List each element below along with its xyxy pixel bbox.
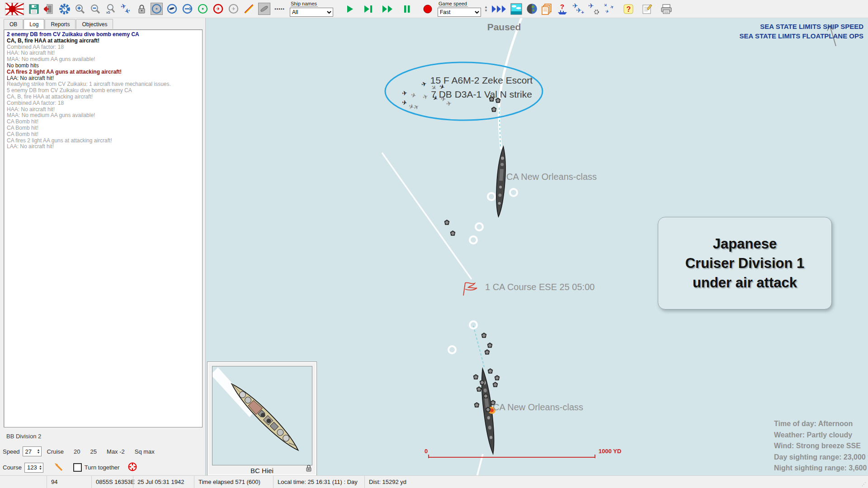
svg-text:x5: x5 <box>106 10 110 14</box>
save-icon[interactable] <box>28 3 40 15</box>
view-circle-green-dot-icon[interactable] <box>197 3 209 15</box>
view-circle-range-icon[interactable] <box>181 3 193 15</box>
reports-stack-icon[interactable] <box>541 3 553 15</box>
combat-log[interactable]: 2 enemy DB from CV Zuikaku dive bomb ene… <box>4 29 203 427</box>
exit-icon[interactable] <box>43 3 55 15</box>
status-cell: Dist: 15292 yd <box>364 476 868 488</box>
preview-ship <box>227 380 302 454</box>
panel-tab[interactable]: Objectives <box>76 19 113 29</box>
splash-marker <box>475 222 484 231</box>
draw-line-icon[interactable] <box>243 3 255 15</box>
splash-marker <box>509 188 518 197</box>
settings-gear-icon[interactable] <box>58 3 71 15</box>
play-button[interactable] <box>344 3 356 15</box>
view-circle-red-plane-icon[interactable]: ✈ <box>212 3 224 15</box>
plane-marker: ✈ <box>446 100 452 107</box>
flak-marker <box>487 368 493 374</box>
speed-label: Speed <box>3 448 20 455</box>
aircraft-vectors-icon[interactable]: ✈ ✈ <box>120 3 132 15</box>
flak-marker <box>491 107 497 113</box>
plane-marker: ✈ <box>401 99 408 106</box>
flak-marker <box>481 333 487 338</box>
fast-forward-blue-icon[interactable] <box>491 3 507 15</box>
notes-icon[interactable] <box>642 3 654 15</box>
game-speed-combo: Game speed Fast <box>438 1 481 17</box>
course-stepper[interactable]: 123 ▲▼ <box>24 463 43 473</box>
log-line: MAA: No medium AA guns available! <box>7 113 199 119</box>
ship-preview-view[interactable] <box>212 366 312 465</box>
resize-grip[interactable]: ⋰ <box>862 482 867 487</box>
weather-line: Weather: Partly cloudy <box>774 430 868 441</box>
fast-forward-button[interactable] <box>382 3 394 15</box>
log-line: CA, B, fire HAA at attacking aircraft! <box>7 94 199 100</box>
sea-state-warnings: SEA STATE LIMITS SHIP SPEEDSEA STATE LIM… <box>740 22 863 41</box>
plane-marker: ✈ <box>412 103 420 111</box>
record-button[interactable] <box>421 3 434 15</box>
flak-marker <box>474 402 480 408</box>
game-speed-label: Game speed <box>439 1 468 7</box>
log-line: HAA: No aircraft hit! <box>7 50 199 56</box>
ship-names-select[interactable]: All <box>290 8 333 17</box>
globe-icon[interactable] <box>526 3 538 15</box>
game-speed-select[interactable]: Fast <box>438 8 481 17</box>
print-icon[interactable] <box>660 3 673 15</box>
course-label: Course <box>3 464 22 471</box>
aircraft-settings-icon[interactable]: ✈ <box>587 3 599 15</box>
speed-preset-sqmax[interactable]: Sq max <box>135 448 155 455</box>
add-aircraft-icon[interactable]: ✈ ✈ + <box>572 3 584 15</box>
dots-icon[interactable]: ▪▪▪▪▪ <box>274 3 286 15</box>
svg-text:?: ? <box>560 3 564 10</box>
preview-ship-name: BC Hiei <box>208 467 316 474</box>
speed-stepper[interactable]: 27 ▲▼ <box>23 446 42 456</box>
speed-preset-25[interactable]: 25 <box>90 448 97 455</box>
splash-marker <box>487 192 496 201</box>
japan-naval-ensign-icon <box>5 3 24 15</box>
tactical-map[interactable]: ✈✈✈✈✈✈✈✈✈✈✈✈ Paused SEA STATE LIMITS SHI… <box>206 18 868 476</box>
view-circle-ship-icon[interactable] <box>166 3 178 15</box>
scale-tick-right <box>594 455 595 458</box>
view-circle-gray-plane-icon[interactable]: ✈ <box>227 3 240 15</box>
status-cell: 94 <box>47 476 91 488</box>
status-cell: Local time: 25 16:31 (11) : Day <box>273 476 364 488</box>
side-panel: OBLogReportsObjectives 2 enemy DB from C… <box>0 18 206 476</box>
scattered-aircraft-icon[interactable]: ✈ ✈ ✈ <box>603 3 615 15</box>
preview-lock-icon[interactable] <box>306 465 312 474</box>
flak-marker <box>479 380 485 385</box>
panel-tab[interactable]: Reports <box>45 19 75 29</box>
log-line: 2 enemy DB from CV Zuikaku dive bomb ene… <box>7 32 199 38</box>
course-stepper-arrows[interactable]: ▲▼ <box>39 465 42 470</box>
log-line: HAA: No aircraft hit! <box>7 107 199 113</box>
game-speed-stepper[interactable]: ▲▼ <box>484 5 488 12</box>
speed-preset-20[interactable]: 20 <box>74 448 80 455</box>
log-line: CA Bomb hit! <box>7 131 199 138</box>
turn-together-checkbox[interactable] <box>73 463 82 472</box>
zoom-out-icon[interactable] <box>89 3 101 15</box>
course-arrow-icon[interactable] <box>53 462 63 473</box>
panel-tab[interactable]: Log <box>24 19 44 29</box>
splash-marker <box>469 235 478 244</box>
help-icon[interactable]: ? <box>623 3 635 15</box>
cruiser-1-label: CA New Orleans-class <box>506 172 597 182</box>
zoom-in-icon[interactable] <box>74 3 86 15</box>
weather-line: Night sighting range: 3,600 yds <box>774 463 868 474</box>
speed-preset-max[interactable]: Max -2 <box>107 448 125 455</box>
speed-stepper-arrows[interactable]: ▲▼ <box>37 449 40 454</box>
target-crosshair-icon[interactable] <box>127 462 137 473</box>
view-circle-dot-selected-icon[interactable] <box>151 3 163 15</box>
scale-max-label: 1000 YD <box>599 448 621 455</box>
cruise-preset[interactable]: Cruise <box>47 448 64 455</box>
zoom-x5-icon[interactable]: x5 <box>104 3 117 15</box>
pause-button[interactable] <box>401 3 413 15</box>
strike-bomber-label: 7 DB D3A-1 Val N strike <box>405 89 558 100</box>
weather-view-icon[interactable] <box>510 3 523 15</box>
lock-icon[interactable] <box>135 3 147 15</box>
panel-tab[interactable]: OB <box>4 19 23 29</box>
log-line: 5 enemy DB from CV Zuikaku dive bomb ene… <box>7 88 199 94</box>
ship-view-toggle-icon[interactable] <box>258 3 270 15</box>
flak-marker <box>483 393 489 399</box>
flak-marker <box>473 374 479 380</box>
step-forward-button[interactable] <box>363 3 375 15</box>
division-title: BB Division 2 <box>6 433 41 440</box>
unknown-ship-icon[interactable]: ? <box>557 3 569 15</box>
log-line: CA fires 2 light AA guns at attacking ai… <box>7 138 199 144</box>
